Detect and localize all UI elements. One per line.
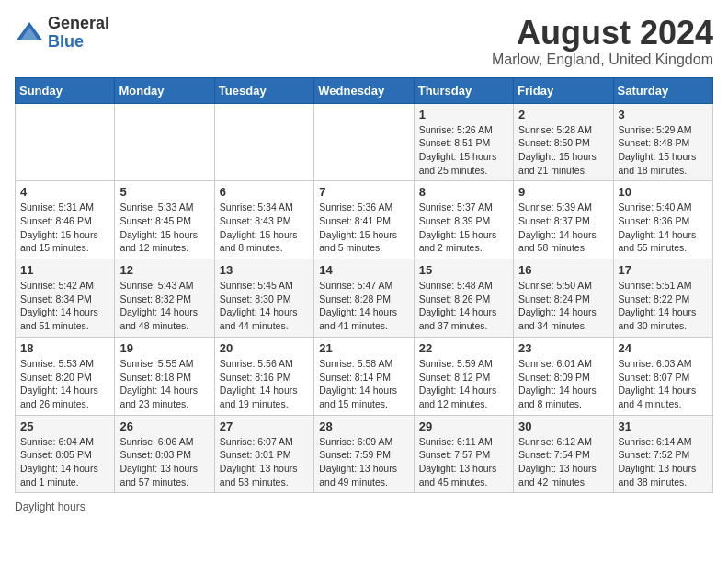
day-info: Sunrise: 6:03 AMSunset: 8:07 PMDaylight:…	[619, 357, 708, 411]
calendar-cell: 1Sunrise: 5:26 AMSunset: 8:51 PMDaylight…	[414, 103, 513, 181]
calendar-cell: 13Sunrise: 5:45 AMSunset: 8:30 PMDayligh…	[214, 259, 313, 338]
day-info: Sunrise: 5:51 AMSunset: 8:22 PMDaylight:…	[619, 279, 708, 333]
day-number: 18	[20, 341, 109, 355]
day-number: 19	[119, 341, 209, 355]
day-info: Sunrise: 5:36 AMSunset: 8:41 PMDaylight:…	[319, 201, 408, 255]
page-subtitle: Marlow, England, United Kingdom	[492, 52, 713, 68]
day-number: 1	[419, 108, 508, 121]
day-number: 7	[319, 185, 408, 199]
day-info: Sunrise: 5:53 AMSunset: 8:20 PMDaylight:…	[20, 357, 109, 411]
calendar-cell: 20Sunrise: 5:56 AMSunset: 8:16 PMDayligh…	[214, 337, 313, 415]
day-info: Sunrise: 5:42 AMSunset: 8:34 PMDaylight:…	[20, 279, 109, 333]
day-info: Sunrise: 5:48 AMSunset: 8:26 PMDaylight:…	[419, 279, 508, 333]
header-day-wednesday: Wednesday	[314, 77, 414, 103]
day-info: Sunrise: 6:14 AMSunset: 7:52 PMDaylight:…	[619, 435, 708, 489]
header-row: SundayMondayTuesdayWednesdayThursdayFrid…	[16, 77, 713, 103]
header-day-monday: Monday	[115, 77, 214, 103]
day-number: 24	[619, 341, 708, 355]
day-number: 31	[619, 419, 708, 433]
day-number: 15	[419, 263, 508, 277]
day-number: 17	[619, 263, 708, 277]
day-info: Sunrise: 5:37 AMSunset: 8:39 PMDaylight:…	[419, 201, 508, 255]
day-info: Sunrise: 5:45 AMSunset: 8:30 PMDaylight:…	[220, 279, 309, 333]
calendar-cell: 23Sunrise: 6:01 AMSunset: 8:09 PMDayligh…	[514, 337, 613, 415]
calendar-cell: 6Sunrise: 5:34 AMSunset: 8:43 PMDaylight…	[214, 181, 313, 259]
header-day-saturday: Saturday	[613, 77, 712, 103]
day-info: Sunrise: 5:29 AMSunset: 8:48 PMDaylight:…	[619, 123, 708, 178]
calendar-cell: 12Sunrise: 5:43 AMSunset: 8:32 PMDayligh…	[115, 259, 214, 338]
calendar-cell	[115, 103, 214, 181]
page-title: August 2024	[492, 15, 713, 52]
day-info: Sunrise: 5:55 AMSunset: 8:18 PMDaylight:…	[119, 357, 209, 411]
day-number: 10	[619, 185, 708, 199]
day-number: 27	[220, 419, 309, 433]
day-info: Sunrise: 5:50 AMSunset: 8:24 PMDaylight:…	[518, 279, 608, 333]
day-number: 28	[319, 419, 408, 433]
day-number: 20	[220, 341, 309, 355]
calendar-cell: 17Sunrise: 5:51 AMSunset: 8:22 PMDayligh…	[613, 259, 712, 338]
day-info: Sunrise: 6:07 AMSunset: 8:01 PMDaylight:…	[220, 435, 309, 489]
day-info: Sunrise: 5:33 AMSunset: 8:45 PMDaylight:…	[119, 201, 209, 255]
calendar-cell: 5Sunrise: 5:33 AMSunset: 8:45 PMDaylight…	[115, 181, 214, 259]
day-number: 22	[419, 341, 508, 355]
day-number: 5	[119, 185, 209, 199]
header-day-sunday: Sunday	[16, 77, 115, 103]
calendar-cell: 4Sunrise: 5:31 AMSunset: 8:46 PMDaylight…	[16, 181, 115, 259]
calendar-cell	[16, 103, 115, 181]
calendar-cell: 7Sunrise: 5:36 AMSunset: 8:41 PMDaylight…	[314, 181, 414, 259]
calendar-cell: 22Sunrise: 5:59 AMSunset: 8:12 PMDayligh…	[414, 337, 513, 415]
day-number: 11	[20, 263, 109, 277]
day-number: 6	[220, 185, 309, 199]
day-number: 30	[518, 419, 608, 433]
calendar-cell: 28Sunrise: 6:09 AMSunset: 7:59 PMDayligh…	[314, 415, 414, 493]
daylight-label: Daylight hours	[15, 500, 85, 513]
page-header: General Blue August 2024 Marlow, England…	[15, 15, 713, 68]
day-info: Sunrise: 5:26 AMSunset: 8:51 PMDaylight:…	[419, 123, 508, 178]
calendar-cell: 11Sunrise: 5:42 AMSunset: 8:34 PMDayligh…	[16, 259, 115, 338]
day-number: 8	[419, 185, 508, 199]
week-row-5: 25Sunrise: 6:04 AMSunset: 8:05 PMDayligh…	[16, 415, 713, 493]
calendar-cell: 3Sunrise: 5:29 AMSunset: 8:48 PMDaylight…	[613, 103, 712, 181]
title-block: August 2024 Marlow, England, United King…	[492, 15, 713, 68]
day-info: Sunrise: 5:58 AMSunset: 8:14 PMDaylight:…	[319, 357, 408, 411]
calendar-body: 1Sunrise: 5:26 AMSunset: 8:51 PMDaylight…	[16, 103, 713, 493]
calendar-header: SundayMondayTuesdayWednesdayThursdayFrid…	[16, 77, 713, 103]
calendar-cell: 27Sunrise: 6:07 AMSunset: 8:01 PMDayligh…	[214, 415, 313, 493]
week-row-1: 1Sunrise: 5:26 AMSunset: 8:51 PMDaylight…	[16, 103, 713, 181]
day-info: Sunrise: 6:12 AMSunset: 7:54 PMDaylight:…	[518, 435, 608, 489]
day-info: Sunrise: 5:39 AMSunset: 8:37 PMDaylight:…	[518, 201, 608, 255]
logo: General Blue	[15, 15, 109, 52]
logo-blue: Blue	[48, 33, 109, 52]
week-row-3: 11Sunrise: 5:42 AMSunset: 8:34 PMDayligh…	[16, 259, 713, 338]
day-number: 26	[119, 419, 209, 433]
footer-note: Daylight hours	[15, 500, 713, 513]
calendar-cell: 18Sunrise: 5:53 AMSunset: 8:20 PMDayligh…	[16, 337, 115, 415]
day-number: 25	[20, 419, 109, 433]
logo-text: General Blue	[48, 15, 109, 52]
day-info: Sunrise: 6:11 AMSunset: 7:57 PMDaylight:…	[419, 435, 508, 489]
day-info: Sunrise: 5:43 AMSunset: 8:32 PMDaylight:…	[119, 279, 209, 333]
day-number: 2	[518, 108, 608, 121]
day-number: 12	[119, 263, 209, 277]
calendar-cell: 21Sunrise: 5:58 AMSunset: 8:14 PMDayligh…	[314, 337, 414, 415]
header-day-friday: Friday	[514, 77, 613, 103]
day-number: 16	[518, 263, 608, 277]
week-row-4: 18Sunrise: 5:53 AMSunset: 8:20 PMDayligh…	[16, 337, 713, 415]
week-row-2: 4Sunrise: 5:31 AMSunset: 8:46 PMDaylight…	[16, 181, 713, 259]
header-day-tuesday: Tuesday	[214, 77, 313, 103]
day-number: 13	[220, 263, 309, 277]
day-number: 23	[518, 341, 608, 355]
day-info: Sunrise: 6:04 AMSunset: 8:05 PMDaylight:…	[20, 435, 109, 489]
day-info: Sunrise: 5:28 AMSunset: 8:50 PMDaylight:…	[518, 123, 608, 178]
day-number: 14	[319, 263, 408, 277]
day-number: 21	[319, 341, 408, 355]
day-number: 4	[20, 185, 109, 199]
logo-general: General	[48, 15, 109, 33]
header-day-thursday: Thursday	[414, 77, 513, 103]
calendar-cell: 14Sunrise: 5:47 AMSunset: 8:28 PMDayligh…	[314, 259, 414, 338]
day-info: Sunrise: 5:47 AMSunset: 8:28 PMDaylight:…	[319, 279, 408, 333]
calendar-cell: 30Sunrise: 6:12 AMSunset: 7:54 PMDayligh…	[514, 415, 613, 493]
day-info: Sunrise: 5:34 AMSunset: 8:43 PMDaylight:…	[220, 201, 309, 255]
calendar-cell: 15Sunrise: 5:48 AMSunset: 8:26 PMDayligh…	[414, 259, 513, 338]
logo-icon	[15, 18, 44, 48]
